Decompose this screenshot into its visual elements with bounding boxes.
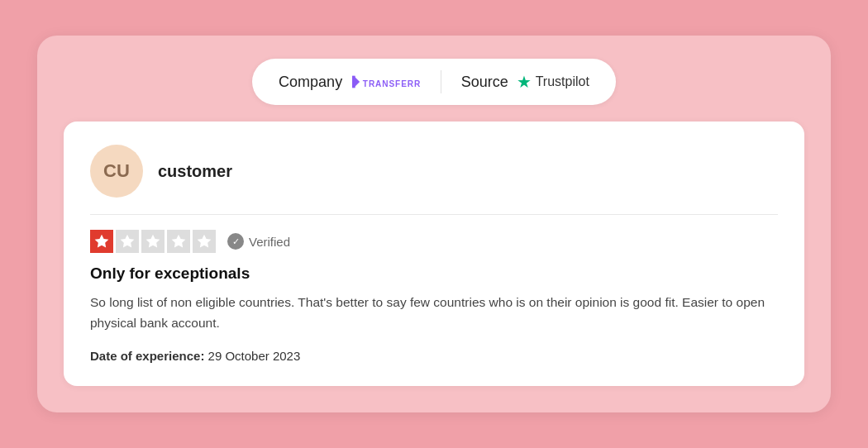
- trustpilot-logo: ★ Trustpilot: [517, 72, 589, 92]
- avatar: CU: [90, 145, 143, 198]
- header-bar: Company TRANSFERRA Source ★ Trustpilot: [252, 59, 616, 105]
- verified-icon: ✓: [227, 233, 244, 250]
- outer-card: Company TRANSFERRA Source ★ Trustpilot C…: [37, 36, 831, 412]
- svg-marker-7: [198, 235, 212, 248]
- review-card: CU customer: [64, 122, 804, 386]
- transferra-logo: TRANSFERRA: [352, 73, 421, 91]
- header-divider: [441, 70, 441, 93]
- divider: [90, 214, 778, 215]
- svg-marker-6: [172, 235, 186, 248]
- star-4-empty: [167, 230, 190, 253]
- star-rating: [90, 230, 216, 253]
- review-title: Only for exceptionals: [90, 265, 778, 283]
- reviewer-name: customer: [158, 162, 232, 181]
- svg-marker-5: [146, 235, 160, 248]
- date-line: Date of experience: 29 October 2023: [90, 349, 778, 363]
- company-label: Company: [279, 74, 342, 91]
- svg-marker-1: [354, 76, 360, 88]
- date-label: Date of experience:: [90, 349, 204, 363]
- verified-label: Verified: [249, 235, 290, 249]
- star-5-empty: [193, 230, 216, 253]
- svg-marker-4: [121, 235, 135, 248]
- star-2-empty: [116, 230, 139, 253]
- rating-row: ✓ Verified: [90, 230, 778, 253]
- date-value: 29 October 2023: [208, 349, 301, 363]
- star-3-empty: [141, 230, 165, 253]
- svg-text:TRANSFERRA: TRANSFERRA: [363, 79, 421, 88]
- star-1-filled: [90, 230, 113, 253]
- review-body: So long list of non eligible countries. …: [90, 293, 778, 334]
- reviewer-row: CU customer: [90, 145, 778, 198]
- verified-badge: ✓ Verified: [227, 233, 290, 250]
- trustpilot-name: Trustpilot: [536, 74, 589, 89]
- avatar-initials: CU: [103, 160, 130, 182]
- trustpilot-star-icon: ★: [517, 72, 532, 92]
- svg-marker-3: [95, 235, 109, 248]
- source-label: Source: [461, 74, 508, 91]
